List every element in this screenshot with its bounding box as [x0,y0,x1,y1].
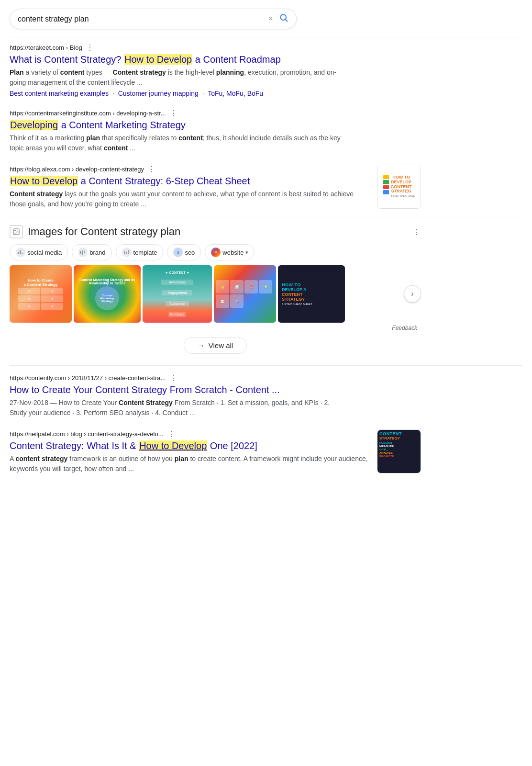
chip-icon-template [122,248,132,257]
chip-label-social-media: social media [27,249,62,256]
sitelink-2[interactable]: Customer journey mapping [118,90,199,97]
search-bar: × [10,9,297,29]
search-icon[interactable] [279,13,288,25]
result-snippet: 27-Nov-2018 — How to Create Your Content… [10,398,344,418]
filter-chip-seo[interactable]: S seo [167,244,201,260]
search-result-5: https://neilpatel.com › blog › content-s… [10,429,421,474]
sitelink-sep-2: · [202,90,204,97]
image-nav-next-btn[interactable]: › [404,285,421,303]
image-strip: How to Createa Content Strategy 1 2 5 3 … [10,265,421,323]
result-snippet: Content strategy lays out the goals you … [10,189,371,209]
search-input[interactable] [18,15,268,23]
website-dropdown-icon: ▾ [245,249,248,256]
filter-chip-brand[interactable]: brand [72,244,111,260]
filter-chip-website[interactable]: ⊕ website ▾ [205,244,255,260]
search-result-4: https://contently.com › 2018/11/27 › cre… [10,373,344,418]
view-all-button[interactable]: → View all [184,337,247,354]
chip-label-brand: brand [89,249,105,256]
more-options-btn[interactable]: ⋮ [169,373,178,383]
clear-icon[interactable]: × [268,14,273,24]
result-content: https://blog.alexa.com › develop-content… [10,165,371,209]
result-snippet: Plan a variety of content types — Conten… [10,68,344,88]
view-all-arrow-icon: → [198,341,205,349]
img3-content: ▼ CONTENT ▼ Awareness Engagement Evaluat… [143,265,212,323]
image-thumb-5[interactable]: HOW TO DEVELOP A CONTENT STRATEGY 6-STEP… [278,265,345,323]
chip-icon-social [16,248,25,257]
url-row: https://blog.alexa.com › develop-content… [10,165,371,174]
result-title-link[interactable]: How to Develop a Content Strategy: 6-Ste… [10,175,371,187]
more-options-btn[interactable]: ⋮ [148,165,156,174]
img4-content: ⭐ 📊 🎯 💡 📝 🔍 [214,265,276,323]
result-title-link[interactable]: Developing a Content Marketing Strategy [10,119,344,131]
image-thumb-2[interactable]: Content Marketing Strategy and its Relat… [74,265,141,323]
img1-content: How to Createa Content Strategy 1 2 5 3 … [10,265,72,323]
filter-chip-template[interactable]: template [116,244,164,260]
result-content: https://neilpatel.com › blog › content-s… [10,429,371,474]
image-thumb-1[interactable]: How to Createa Content Strategy 1 2 5 3 … [10,265,72,323]
result-title-link[interactable]: How to Create Your Content Strategy From… [10,383,344,396]
search-result-2: https://contentmarketinginstitute.com › … [10,109,344,153]
section-divider [10,217,522,217]
result-url: https://contentmarketinginstitute.com › … [10,110,166,117]
view-all-container: → View all [10,337,421,354]
view-all-label: View all [209,341,233,349]
more-options-btn[interactable]: ⋮ [167,429,176,439]
url-row: https://contently.com › 2018/11/27 › cre… [10,373,344,383]
image-thumb-4[interactable]: ⭐ 📊 🎯 💡 📝 🔍 [214,265,276,323]
section-divider-2 [10,365,522,366]
results-container: https://terakeet.com › Blog ⋮ What is Co… [10,39,522,478]
feedback-label: Feedback [10,325,421,331]
search-result-1: https://terakeet.com › Blog ⋮ What is Co… [10,43,344,97]
chip-label-template: template [133,249,157,256]
image-strip-wrapper: How to Createa Content Strategy 1 2 5 3 … [10,265,421,323]
search-result-3: https://blog.alexa.com › develop-content… [10,165,421,209]
more-options-btn[interactable]: ⋮ [170,109,178,118]
more-options-btn[interactable]: ⋮ [86,43,95,52]
result-url: https://contently.com › 2018/11/27 › cre… [10,374,166,382]
result-url: https://neilpatel.com › blog › content-s… [10,430,164,438]
url-row: https://contentmarketinginstitute.com › … [10,109,344,118]
image-thumb-3[interactable]: ▼ CONTENT ▼ Awareness Engagement Evaluat… [143,265,212,323]
images-section-title: Images for Content strategy plan [28,225,180,238]
images-more-options-btn[interactable]: ⋮ [412,227,421,237]
search-bar-container: × [10,0,522,37]
result-url: https://terakeet.com › Blog [10,44,82,51]
img5-content: HOW TO DEVELOP A CONTENT STRATEGY 6-STEP… [278,265,345,323]
chip-label-seo: seo [185,249,195,256]
chip-icon-website: ⊕ [211,248,221,257]
images-header: Images for Content strategy plan ⋮ [10,225,421,238]
url-row: https://terakeet.com › Blog ⋮ [10,43,344,52]
url-row: https://neilpatel.com › blog › content-s… [10,429,371,439]
filter-chip-social-media[interactable]: social media [10,244,68,260]
result-snippet: A content strategy framework is an outli… [10,454,371,474]
result-thumbnail-alexa[interactable]: HOW TODEVELOPCONTENTSTRATEG 6-STEP CHEAT… [377,165,421,209]
images-section: Images for Content strategy plan ⋮ socia… [10,225,421,354]
result-sitelinks: Best content marketing examples · Custom… [10,90,344,97]
svg-line-1 [286,20,288,22]
result-url: https://blog.alexa.com › develop-content… [10,166,144,173]
chip-label-website: website [222,249,244,256]
sitelink-3[interactable]: ToFu, MoFu, BoFu [208,90,263,97]
svg-point-3 [15,230,16,231]
chip-icon-seo: S [173,248,183,257]
chip-icon-brand [78,248,88,257]
result-snippet: Think of it as a marketing plan that spe… [10,133,344,153]
result-title-link[interactable]: Content Strategy: What Is It & How to De… [10,439,371,452]
result-thumbnail-neil[interactable]: CONTENT STRATEGY PUBLISH MEASURE OPTI...… [377,429,421,473]
result-title-link[interactable]: What is Content Strategy? How to Develop… [10,53,344,66]
img2-content: Content Marketing Strategy and its Relat… [74,265,141,323]
filter-chips: social media brand [10,244,421,260]
sitelink-sep-1: · [112,90,114,97]
images-header-icon [10,225,23,238]
sitelink-1[interactable]: Best content marketing examples [10,90,109,97]
